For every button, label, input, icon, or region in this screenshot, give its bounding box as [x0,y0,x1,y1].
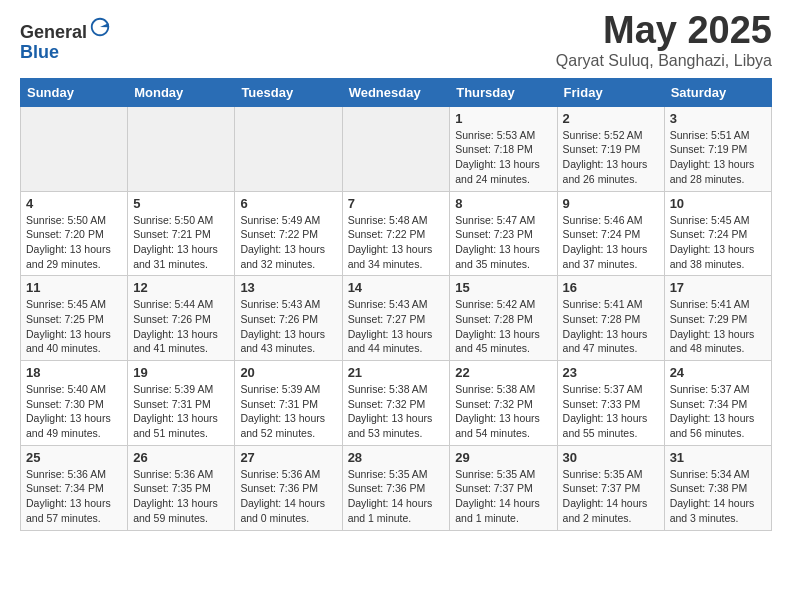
day-cell: 14Sunrise: 5:43 AM Sunset: 7:27 PM Dayli… [342,276,450,361]
day-number: 17 [670,280,766,295]
day-info: Sunrise: 5:37 AM Sunset: 7:34 PM Dayligh… [670,382,766,441]
day-number: 6 [240,196,336,211]
day-info: Sunrise: 5:43 AM Sunset: 7:27 PM Dayligh… [348,297,445,356]
day-cell: 25Sunrise: 5:36 AM Sunset: 7:34 PM Dayli… [21,445,128,530]
day-cell: 1Sunrise: 5:53 AM Sunset: 7:18 PM Daylig… [450,106,557,191]
day-cell: 30Sunrise: 5:35 AM Sunset: 7:37 PM Dayli… [557,445,664,530]
day-number: 3 [670,111,766,126]
day-info: Sunrise: 5:36 AM Sunset: 7:35 PM Dayligh… [133,467,229,526]
day-number: 18 [26,365,122,380]
day-cell: 21Sunrise: 5:38 AM Sunset: 7:32 PM Dayli… [342,361,450,446]
day-cell [342,106,450,191]
day-cell: 20Sunrise: 5:39 AM Sunset: 7:31 PM Dayli… [235,361,342,446]
day-number: 22 [455,365,551,380]
day-cell: 6Sunrise: 5:49 AM Sunset: 7:22 PM Daylig… [235,191,342,276]
title-block: May 2025 Qaryat Suluq, Banghazi, Libya [556,10,772,70]
day-number: 13 [240,280,336,295]
day-cell: 22Sunrise: 5:38 AM Sunset: 7:32 PM Dayli… [450,361,557,446]
day-info: Sunrise: 5:53 AM Sunset: 7:18 PM Dayligh… [455,128,551,187]
weekday-header-tuesday: Tuesday [235,78,342,106]
day-cell [128,106,235,191]
day-info: Sunrise: 5:52 AM Sunset: 7:19 PM Dayligh… [563,128,659,187]
day-info: Sunrise: 5:48 AM Sunset: 7:22 PM Dayligh… [348,213,445,272]
day-cell: 10Sunrise: 5:45 AM Sunset: 7:24 PM Dayli… [664,191,771,276]
day-number: 14 [348,280,445,295]
day-info: Sunrise: 5:50 AM Sunset: 7:21 PM Dayligh… [133,213,229,272]
day-cell: 26Sunrise: 5:36 AM Sunset: 7:35 PM Dayli… [128,445,235,530]
day-number: 30 [563,450,659,465]
weekday-header-monday: Monday [128,78,235,106]
day-info: Sunrise: 5:46 AM Sunset: 7:24 PM Dayligh… [563,213,659,272]
day-cell: 9Sunrise: 5:46 AM Sunset: 7:24 PM Daylig… [557,191,664,276]
day-number: 29 [455,450,551,465]
week-row-2: 4Sunrise: 5:50 AM Sunset: 7:20 PM Daylig… [21,191,772,276]
day-info: Sunrise: 5:41 AM Sunset: 7:28 PM Dayligh… [563,297,659,356]
logo: General Blue [20,16,111,63]
week-row-4: 18Sunrise: 5:40 AM Sunset: 7:30 PM Dayli… [21,361,772,446]
weekday-header-thursday: Thursday [450,78,557,106]
day-cell [21,106,128,191]
day-cell [235,106,342,191]
day-number: 31 [670,450,766,465]
day-info: Sunrise: 5:49 AM Sunset: 7:22 PM Dayligh… [240,213,336,272]
day-info: Sunrise: 5:39 AM Sunset: 7:31 PM Dayligh… [240,382,336,441]
day-cell: 31Sunrise: 5:34 AM Sunset: 7:38 PM Dayli… [664,445,771,530]
weekday-header-row: SundayMondayTuesdayWednesdayThursdayFrid… [21,78,772,106]
logo-icon [89,16,111,38]
day-cell: 11Sunrise: 5:45 AM Sunset: 7:25 PM Dayli… [21,276,128,361]
day-info: Sunrise: 5:40 AM Sunset: 7:30 PM Dayligh… [26,382,122,441]
day-number: 24 [670,365,766,380]
week-row-3: 11Sunrise: 5:45 AM Sunset: 7:25 PM Dayli… [21,276,772,361]
day-info: Sunrise: 5:39 AM Sunset: 7:31 PM Dayligh… [133,382,229,441]
logo-general-text: General [20,22,87,42]
day-cell: 23Sunrise: 5:37 AM Sunset: 7:33 PM Dayli… [557,361,664,446]
month-title: May 2025 [556,10,772,52]
weekday-header-friday: Friday [557,78,664,106]
day-info: Sunrise: 5:44 AM Sunset: 7:26 PM Dayligh… [133,297,229,356]
day-number: 11 [26,280,122,295]
day-info: Sunrise: 5:43 AM Sunset: 7:26 PM Dayligh… [240,297,336,356]
day-number: 5 [133,196,229,211]
day-number: 10 [670,196,766,211]
day-cell: 5Sunrise: 5:50 AM Sunset: 7:21 PM Daylig… [128,191,235,276]
calendar-table: SundayMondayTuesdayWednesdayThursdayFrid… [20,78,772,531]
day-cell: 12Sunrise: 5:44 AM Sunset: 7:26 PM Dayli… [128,276,235,361]
day-number: 16 [563,280,659,295]
day-number: 15 [455,280,551,295]
day-cell: 13Sunrise: 5:43 AM Sunset: 7:26 PM Dayli… [235,276,342,361]
day-cell: 7Sunrise: 5:48 AM Sunset: 7:22 PM Daylig… [342,191,450,276]
day-info: Sunrise: 5:45 AM Sunset: 7:24 PM Dayligh… [670,213,766,272]
day-info: Sunrise: 5:36 AM Sunset: 7:34 PM Dayligh… [26,467,122,526]
day-cell: 27Sunrise: 5:36 AM Sunset: 7:36 PM Dayli… [235,445,342,530]
weekday-header-saturday: Saturday [664,78,771,106]
day-info: Sunrise: 5:38 AM Sunset: 7:32 PM Dayligh… [348,382,445,441]
logo-blue-text: Blue [20,42,59,62]
day-info: Sunrise: 5:47 AM Sunset: 7:23 PM Dayligh… [455,213,551,272]
week-row-1: 1Sunrise: 5:53 AM Sunset: 7:18 PM Daylig… [21,106,772,191]
day-info: Sunrise: 5:42 AM Sunset: 7:28 PM Dayligh… [455,297,551,356]
day-info: Sunrise: 5:38 AM Sunset: 7:32 PM Dayligh… [455,382,551,441]
day-cell: 18Sunrise: 5:40 AM Sunset: 7:30 PM Dayli… [21,361,128,446]
day-number: 25 [26,450,122,465]
day-number: 1 [455,111,551,126]
page-header: General Blue May 2025 Qaryat Suluq, Bang… [20,10,772,70]
week-row-5: 25Sunrise: 5:36 AM Sunset: 7:34 PM Dayli… [21,445,772,530]
day-info: Sunrise: 5:34 AM Sunset: 7:38 PM Dayligh… [670,467,766,526]
day-cell: 8Sunrise: 5:47 AM Sunset: 7:23 PM Daylig… [450,191,557,276]
day-cell: 24Sunrise: 5:37 AM Sunset: 7:34 PM Dayli… [664,361,771,446]
day-number: 2 [563,111,659,126]
day-number: 4 [26,196,122,211]
day-info: Sunrise: 5:41 AM Sunset: 7:29 PM Dayligh… [670,297,766,356]
day-number: 28 [348,450,445,465]
day-number: 26 [133,450,229,465]
day-info: Sunrise: 5:35 AM Sunset: 7:37 PM Dayligh… [563,467,659,526]
day-cell: 15Sunrise: 5:42 AM Sunset: 7:28 PM Dayli… [450,276,557,361]
day-number: 23 [563,365,659,380]
weekday-header-sunday: Sunday [21,78,128,106]
day-number: 27 [240,450,336,465]
day-info: Sunrise: 5:36 AM Sunset: 7:36 PM Dayligh… [240,467,336,526]
location-text: Qaryat Suluq, Banghazi, Libya [556,52,772,70]
day-info: Sunrise: 5:35 AM Sunset: 7:37 PM Dayligh… [455,467,551,526]
day-number: 20 [240,365,336,380]
day-number: 12 [133,280,229,295]
